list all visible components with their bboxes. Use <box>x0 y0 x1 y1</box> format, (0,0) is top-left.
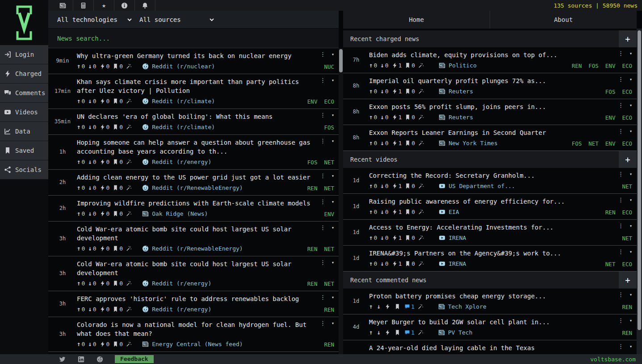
downvote-button[interactable]: ↓0 <box>88 341 96 347</box>
search-input[interactable] <box>48 34 325 42</box>
tag-nuc[interactable]: NUC <box>324 63 334 70</box>
save-button[interactable]: 0 <box>405 260 415 267</box>
upvote-button[interactable]: ↑0 <box>369 140 377 146</box>
charge-button[interactable]: 1 <box>392 114 402 121</box>
chevron-down-icon[interactable]: ▾ <box>331 52 334 57</box>
kebab-menu-icon[interactable]: ⋮ <box>618 76 624 82</box>
downvote-button[interactable]: ↓0 <box>88 210 96 217</box>
chevron-down-icon[interactable]: ▾ <box>629 318 632 323</box>
upvote-button[interactable]: ↑0 <box>369 114 377 121</box>
source-link[interactable]: Reddit (r/nuclear) <box>142 63 215 70</box>
upvote-button[interactable]: ↑0 <box>77 124 85 130</box>
charge-button[interactable]: 0 <box>100 306 110 313</box>
save-button[interactable]: 0 <box>113 245 123 252</box>
chevron-down-icon[interactable]: ▾ <box>331 174 334 178</box>
tab-about[interactable]: About <box>490 11 637 29</box>
comments-button[interactable]: 1 <box>404 329 415 336</box>
news-item[interactable]: 17min Khan says climate crisis more impo… <box>48 74 339 109</box>
save-button[interactable]: 0 <box>113 341 123 347</box>
source-link[interactable]: EIA <box>439 209 459 215</box>
upvote-button[interactable]: ↑0 <box>369 260 377 267</box>
magic-wand-icon[interactable] <box>126 211 132 217</box>
upvote-button[interactable]: ↑0 <box>77 245 85 252</box>
chevron-down-icon[interactable]: ▾ <box>629 250 632 254</box>
sidebar-item-saved[interactable]: Saved <box>0 141 48 160</box>
sidebar-item-data[interactable]: Data <box>0 122 48 141</box>
bell-icon[interactable] <box>135 0 155 11</box>
chevron-down-icon[interactable]: ▾ <box>331 226 334 230</box>
charge-button[interactable]: 0 <box>100 280 110 287</box>
upvote-button[interactable]: ↑0 <box>77 159 85 165</box>
sidebar-item-comments[interactable]: Comments <box>0 84 48 103</box>
save-button[interactable] <box>394 304 401 310</box>
source-link[interactable]: Reddit (r/RenewableEnergy) <box>142 245 243 252</box>
item-title[interactable]: Adding clean energy to the US power grid… <box>77 173 315 182</box>
news-item[interactable]: 1d Access to Energy: Accelerating Invest… <box>343 220 637 246</box>
downvote-button[interactable]: ↓0 <box>88 63 96 70</box>
magic-wand-icon[interactable] <box>418 88 424 94</box>
reddit-icon[interactable] <box>97 356 103 363</box>
upvote-button[interactable]: ↑0 <box>369 88 377 95</box>
tag-net[interactable]: NET <box>324 246 334 252</box>
charge-button[interactable] <box>385 304 391 310</box>
add-button[interactable]: + <box>619 272 637 289</box>
kebab-menu-icon[interactable]: ⋮ <box>320 199 326 205</box>
feedback-button[interactable]: Feedback <box>115 355 154 363</box>
news-item[interactable]: 35min UN declares 'era of global boiling… <box>48 109 339 135</box>
sidebar-item-login[interactable]: Login <box>0 45 48 64</box>
news-item[interactable]: 1d Proton battery promises cheap energy … <box>343 289 637 314</box>
chevron-down-icon[interactable]: ▾ <box>331 113 334 117</box>
upvote-button[interactable]: ↑0 <box>77 98 85 105</box>
tag-net[interactable]: NET <box>324 159 334 166</box>
left-scrollbar[interactable] <box>339 48 343 354</box>
chevron-down-icon[interactable]: ▾ <box>331 200 334 204</box>
charge-button[interactable]: 0 <box>100 341 110 347</box>
tag-net[interactable]: NET <box>588 140 599 147</box>
kebab-menu-icon[interactable]: ⋮ <box>618 128 624 134</box>
kebab-menu-icon[interactable]: ⋮ <box>320 51 326 57</box>
tag-net[interactable]: NET <box>324 280 334 287</box>
item-title[interactable]: Exxon posts 56% profit slump, joins peer… <box>369 102 619 111</box>
charge-button[interactable]: 1 <box>392 209 402 215</box>
tag-net[interactable]: NET <box>622 235 632 242</box>
charge-button[interactable] <box>385 330 391 335</box>
downvote-button[interactable]: ↓0 <box>88 184 96 191</box>
magic-wand-icon[interactable] <box>418 261 424 267</box>
magic-wand-icon[interactable] <box>126 246 132 251</box>
chevron-down-icon[interactable]: ▾ <box>629 293 632 297</box>
tag-env[interactable]: ENV <box>605 63 616 69</box>
magic-wand-icon[interactable] <box>418 140 424 146</box>
save-button[interactable] <box>394 330 401 335</box>
downvote-button[interactable]: ↓0 <box>88 124 96 130</box>
charge-button[interactable]: 0 <box>100 124 110 130</box>
tag-eco[interactable]: ECO <box>622 63 632 69</box>
logo[interactable] <box>0 0 48 45</box>
charge-button[interactable]: 1 <box>392 140 402 146</box>
news-item[interactable]: 3h Colorado is now a national model for … <box>48 317 339 352</box>
calculator-icon[interactable] <box>73 0 94 11</box>
tag-eco[interactable]: ECO <box>622 140 632 147</box>
tag-eco[interactable]: ECO <box>622 114 632 121</box>
kebab-menu-icon[interactable]: ⋮ <box>320 225 326 230</box>
tag-ren[interactable]: REN <box>572 63 582 69</box>
chevron-down-icon[interactable]: ▾ <box>331 139 334 143</box>
kebab-menu-icon[interactable]: ⋮ <box>320 259 326 265</box>
source-link[interactable]: IRENA <box>439 234 466 241</box>
save-button[interactable]: 0 <box>113 124 123 130</box>
magic-wand-icon[interactable] <box>126 124 132 130</box>
source-link[interactable]: PV Tech <box>438 329 473 336</box>
charge-button[interactable]: 1 <box>392 183 402 189</box>
source-link[interactable]: Politico <box>439 62 477 69</box>
tag-ren[interactable]: REN <box>622 330 632 336</box>
tag-env[interactable]: ENV <box>605 114 616 121</box>
chevron-down-icon[interactable]: ▾ <box>629 172 632 176</box>
kebab-menu-icon[interactable]: ⋮ <box>618 102 624 108</box>
charge-button[interactable]: 1 <box>392 234 402 241</box>
item-title[interactable]: Exxon Reports Leaner Earnings in Second … <box>369 128 619 137</box>
tag-net[interactable]: NET <box>605 261 616 268</box>
save-button[interactable]: 0 <box>113 184 123 191</box>
info-icon[interactable] <box>114 0 135 11</box>
tag-ren[interactable]: REN <box>324 306 334 313</box>
save-button[interactable]: 0 <box>405 114 415 121</box>
sidebar-item-videos[interactable]: Videos <box>0 103 48 122</box>
